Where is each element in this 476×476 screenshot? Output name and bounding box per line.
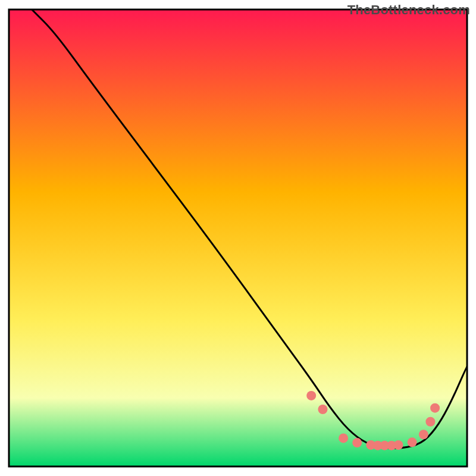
optimal-point (430, 403, 440, 413)
optimal-point (339, 433, 348, 443)
optimal-point (408, 437, 417, 447)
optimal-point (425, 417, 435, 427)
optimal-point (318, 405, 327, 414)
bottleneck-chart (0, 0, 476, 476)
watermark-text: TheBottleneck.com (347, 2, 470, 18)
optimal-point (394, 440, 403, 450)
optimal-point (419, 430, 428, 439)
optimal-point (306, 391, 316, 400)
optimal-point (352, 438, 362, 447)
plot-background (9, 10, 467, 466)
chart-container: TheBottleneck.com (0, 0, 476, 476)
